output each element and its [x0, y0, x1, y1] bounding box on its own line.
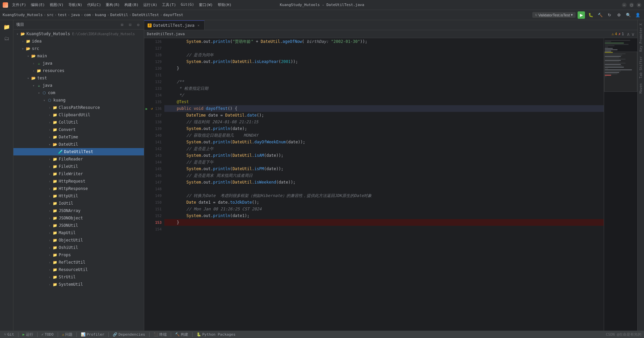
expand-arrow-Props[interactable]: ›	[47, 252, 52, 258]
right-tab-tab-shifter[interactable]: Tab Shifter	[638, 54, 643, 80]
reload-button[interactable]: ↻	[606, 11, 613, 19]
tree-item-com[interactable]: ▾ ⬡ com	[13, 89, 144, 96]
tree-item-JSONObject[interactable]: › 📁 JSONObject	[13, 214, 144, 222]
expand-arrow-ClassPathResource[interactable]: ›	[47, 105, 52, 110]
expand-arrow-FileWriter[interactable]: ›	[47, 171, 52, 177]
python-tab-button[interactable]: 🐍 Python Packages	[195, 331, 237, 338]
breadcrumb-kuang[interactable]: kuang	[95, 13, 106, 17]
menu-build[interactable]: 构建(B)	[122, 2, 141, 8]
tree-item-HttpUtil[interactable]: › 📁 HttpUtil	[13, 192, 144, 200]
maximize-button[interactable]: □	[629, 3, 634, 7]
menu-run[interactable]: 运行(A)	[141, 2, 159, 8]
tree-item-SystemUtil[interactable]: › 📁 SystemUtil	[13, 281, 144, 288]
expand-arrow-root[interactable]: ▾	[15, 31, 20, 37]
git-tab-button[interactable]: ⑂ Git	[3, 331, 15, 338]
expand-arrow-DateUtilTest[interactable]	[52, 149, 58, 154]
menu-window[interactable]: 窗口(W)	[197, 2, 215, 8]
tree-item-java-test[interactable]: ▾ ☕ java	[13, 82, 144, 89]
expand-arrow-test[interactable]: ▾	[25, 75, 31, 81]
breadcrumb-dateutiltest[interactable]: DateUtilTest	[132, 13, 159, 17]
code-editor[interactable]: System.out.println("贾萌年龄" + DateUtil.age…	[164, 38, 604, 331]
tree-item-test[interactable]: ▾ 📂 test	[13, 74, 144, 82]
expand-arrow-ReflectUtil[interactable]: ›	[47, 260, 52, 265]
todo-tab-button[interactable]: ✓ TODO	[40, 331, 55, 338]
build-button[interactable]: 🔨	[596, 11, 604, 19]
tree-item-DateUtil[interactable]: ▾ 📂 DateUtil	[13, 141, 144, 148]
breadcrumb-src[interactable]: src	[47, 13, 54, 17]
run-tab-button[interactable]: ▶ 运行	[21, 331, 35, 338]
expand-arrow-resources[interactable]: ›	[31, 68, 36, 73]
tree-item-FileReader[interactable]: › 📁 FileReader	[13, 155, 144, 163]
expand-arrow-HttpRequest[interactable]: ›	[47, 179, 52, 184]
next-error-button[interactable]: ∨	[631, 31, 635, 37]
expand-arrow-com[interactable]: ▾	[36, 90, 42, 95]
profiler-tab-button[interactable]: 📊 Profiler	[79, 331, 106, 338]
expand-arrow-MapUtil[interactable]: ›	[47, 230, 52, 235]
breadcrumb-dateutil[interactable]: DateUtil	[110, 13, 128, 17]
tree-item-DateTime[interactable]: › 📁 DateTime	[13, 133, 144, 141]
user-avatar[interactable]: 👤	[634, 11, 641, 19]
expand-arrow-CollUtil[interactable]: ›	[47, 120, 52, 125]
expand-arrow-ObjectUtil[interactable]: ›	[47, 238, 52, 243]
minimize-button[interactable]: —	[622, 3, 627, 7]
expand-arrow-JSONArray[interactable]: ›	[47, 208, 52, 213]
expand-arrow-ClipboardUtil[interactable]: ›	[47, 112, 52, 118]
tree-item-CollUtil[interactable]: › 📁 CollUtil	[13, 119, 144, 126]
expand-arrow-FileUtil[interactable]: ›	[47, 164, 52, 169]
editor-tab-dateutiltest[interactable]: J DateUtilTest.java ✕	[144, 20, 205, 30]
tree-item-OshiUtil[interactable]: › 📁 OshiUtil	[13, 244, 144, 251]
tree-item-HttpRequest[interactable]: › 📁 HttpRequest	[13, 178, 144, 185]
sidebar-collapse-all-button[interactable]: ⊟	[127, 22, 133, 28]
expand-arrow-src[interactable]: ▾	[20, 46, 25, 51]
tree-item-IoUtil[interactable]: › 📁 IoUtil	[13, 200, 144, 207]
breadcrumb-test[interactable]: test	[58, 13, 67, 17]
sidebar-expand-all-button[interactable]: ⊞	[119, 22, 125, 28]
breadcrumb-dayoftest[interactable]: dayofTest	[163, 13, 183, 17]
menu-file[interactable]: 文件(F)	[10, 2, 28, 8]
tree-item-FileWriter[interactable]: › 📁 FileWriter	[13, 170, 144, 178]
right-tab-maven[interactable]: Maven	[638, 81, 643, 95]
run-button[interactable]: ▶	[578, 11, 585, 19]
expand-arrow-kuang[interactable]: ▾	[42, 97, 47, 103]
expand-arrow-java-main[interactable]: ›	[31, 61, 36, 66]
menu-tools[interactable]: 工具(T)	[160, 2, 178, 8]
tree-item-ClassPathResource[interactable]: › 📁 ClassPathResource	[13, 104, 144, 111]
tree-item-FileUtil[interactable]: › 📁 FileUtil	[13, 163, 144, 170]
expand-arrow-ResourceUtil[interactable]: ›	[47, 267, 52, 272]
build-tab-button[interactable]: 🔨 构建	[174, 331, 190, 338]
tab-close-button[interactable]: ✕	[196, 23, 201, 28]
tree-item-DateUtilTest[interactable]: 🧪 DateUtilTest	[13, 148, 144, 155]
expand-arrow-SystemUtil[interactable]: ›	[47, 282, 52, 287]
branch-selector[interactable]: ⑂ ValidatorTest.isTest ▾	[532, 12, 576, 18]
menu-code[interactable]: 代码(C)	[85, 2, 103, 8]
expand-arrow-JSONUtil[interactable]: ›	[47, 223, 52, 228]
tree-item-java-main[interactable]: › ☕ java	[13, 60, 144, 67]
run-gutter-icon[interactable]: ▶	[146, 107, 148, 111]
expand-arrow-Convert[interactable]: ›	[47, 127, 52, 132]
menu-help[interactable]: 帮助(H)	[216, 2, 234, 8]
menu-nav[interactable]: 导航(N)	[66, 2, 85, 8]
menu-edit[interactable]: 编辑(E)	[29, 2, 47, 8]
tree-item-main[interactable]: ▾ 📂 main	[13, 52, 144, 60]
tree-item-ClipboardUtil[interactable]: › 📁 ClipboardUtil	[13, 111, 144, 119]
expand-arrow-StrUtil[interactable]: ›	[47, 274, 52, 280]
expand-arrow-main[interactable]: ▾	[25, 53, 31, 59]
prev-error-button[interactable]: ∧	[627, 31, 630, 37]
search-button[interactable]: 🔍	[625, 11, 632, 19]
sidebar-settings-button[interactable]: ⚙	[135, 22, 141, 28]
right-tab-key-promoter[interactable]: Key Promoter X	[638, 21, 643, 54]
tree-item-Convert[interactable]: › 📁 Convert	[13, 126, 144, 133]
expand-arrow-DateUtil[interactable]: ▾	[47, 142, 52, 147]
tree-item-Props[interactable]: › 📁 Props	[13, 251, 144, 259]
tree-item-MapUtil[interactable]: › 📁 MapUtil	[13, 229, 144, 236]
expand-arrow-java-test[interactable]: ▾	[31, 83, 36, 88]
expand-arrow-HttpUtil[interactable]: ›	[47, 193, 52, 199]
tree-item-ObjectUtil[interactable]: › 📁 ObjectUtil	[13, 236, 144, 244]
tree-item-idea[interactable]: › 📁 idea	[13, 38, 144, 45]
project-view-button[interactable]: 📁	[1, 21, 12, 32]
structure-button[interactable]: 🗂	[1, 33, 12, 44]
breadcrumb-project[interactable]: KuangStudy_Hutools	[3, 13, 43, 17]
tree-item-JSONUtil[interactable]: › 📁 JSONUtil	[13, 222, 144, 229]
menu-view[interactable]: 视图(V)	[48, 2, 66, 8]
menu-git[interactable]: Git(G)	[179, 2, 196, 8]
